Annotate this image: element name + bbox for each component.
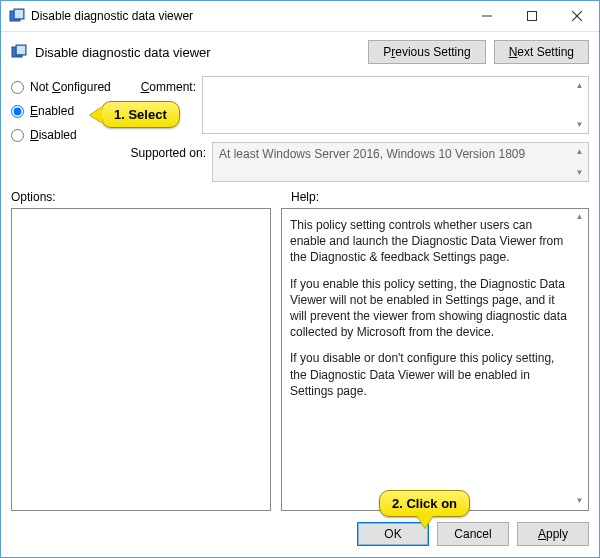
- supported-on-text: At least Windows Server 2016, Windows 10…: [219, 147, 525, 161]
- callout-tail-icon: [417, 516, 433, 528]
- close-icon: [572, 11, 582, 21]
- supported-label: Supported on:: [126, 142, 206, 160]
- help-label: Help:: [291, 190, 319, 204]
- radio-enabled-input[interactable]: [11, 105, 24, 118]
- radio-disabled-input[interactable]: [11, 129, 24, 142]
- chevron-up-icon[interactable]: ▲: [572, 210, 587, 225]
- chevron-down-icon[interactable]: ▼: [572, 494, 587, 509]
- help-paragraph: This policy setting controls whether use…: [290, 217, 568, 266]
- close-button[interactable]: [554, 1, 599, 31]
- help-paragraph: If you disable or don't configure this p…: [290, 350, 568, 399]
- titlebar: Disable diagnostic data viewer: [1, 1, 599, 32]
- annotation-click-on: 2. Click on: [379, 490, 470, 517]
- svg-rect-2: [15, 10, 23, 18]
- minimize-icon: [482, 11, 492, 21]
- window-title: Disable diagnostic data viewer: [31, 9, 464, 23]
- chevron-down-icon[interactable]: ▼: [572, 117, 587, 132]
- apply-button[interactable]: Apply: [517, 522, 589, 546]
- chevron-up-icon[interactable]: ▲: [572, 78, 587, 93]
- chevron-down-icon[interactable]: ▼: [572, 165, 587, 180]
- comment-row: Comment: ▲ ▼: [126, 76, 589, 134]
- supported-on-box: At least Windows Server 2016, Windows 10…: [212, 142, 589, 182]
- chevron-up-icon[interactable]: ▲: [572, 144, 587, 159]
- policy-editor-window: Disable diagnostic data viewer Disable d…: [0, 0, 600, 558]
- svg-rect-9: [17, 46, 25, 54]
- comment-label: Comment:: [126, 76, 196, 94]
- radio-not-configured-input[interactable]: [11, 81, 24, 94]
- radio-not-configured[interactable]: Not Configured: [11, 80, 126, 94]
- maximize-icon: [527, 11, 537, 21]
- header-row: Disable diagnostic data viewer Previous …: [1, 32, 599, 72]
- radio-disabled[interactable]: Disabled: [11, 128, 126, 142]
- help-paragraph: If you enable this policy setting, the D…: [290, 276, 568, 341]
- comment-input[interactable]: ▲ ▼: [202, 76, 589, 134]
- policy-icon: [11, 44, 27, 60]
- help-panel: This policy setting controls whether use…: [281, 208, 589, 511]
- panels-labels: Options: Help:: [1, 182, 599, 208]
- state-radio-group: Not Configured Enabled Disabled: [11, 76, 126, 182]
- options-label: Options:: [11, 190, 291, 204]
- maximize-button[interactable]: [509, 1, 554, 31]
- minimize-button[interactable]: [464, 1, 509, 31]
- next-setting-button[interactable]: Next Setting: [494, 40, 589, 64]
- config-area: Not Configured Enabled Disabled Comment:…: [1, 72, 599, 182]
- options-panel: [11, 208, 271, 511]
- previous-setting-button[interactable]: Previous Setting: [368, 40, 485, 64]
- dialog-footer: OK Cancel Apply: [1, 511, 599, 557]
- policy-name: Disable diagnostic data viewer: [35, 45, 360, 60]
- svg-rect-4: [527, 12, 536, 21]
- policy-icon: [9, 8, 25, 24]
- cancel-button[interactable]: Cancel: [437, 522, 509, 546]
- supported-row: Supported on: At least Windows Server 20…: [126, 142, 589, 182]
- callout-tail-icon: [90, 107, 102, 123]
- annotation-select: 1. Select: [101, 101, 180, 128]
- panels: This policy setting controls whether use…: [1, 208, 599, 511]
- config-right-column: Comment: ▲ ▼ Supported on: At least Wind…: [126, 76, 589, 182]
